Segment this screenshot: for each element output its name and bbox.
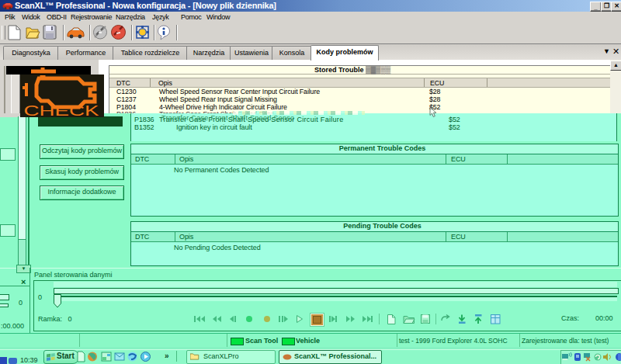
svg-text:CHECK: CHECK xyxy=(24,102,100,117)
